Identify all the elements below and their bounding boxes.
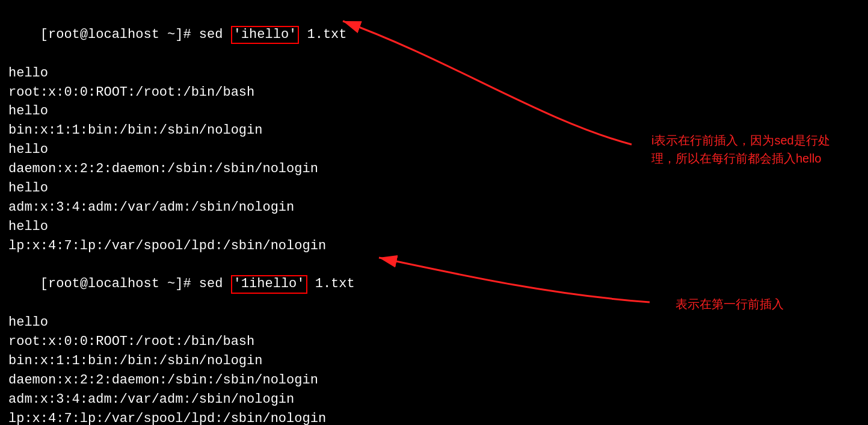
output-hello-5: hello — [8, 217, 860, 237]
cmd-sed-1: sed — [199, 27, 231, 42]
cmd-rest-1: 1.txt — [299, 27, 346, 42]
output-adm-2: adm:x:3:4:adm:/var/adm:/sbin/nologin — [8, 390, 860, 409]
annotation-insert-before-each-line: i表示在行前插入，因为sed是行处理，所以在每行前都会插入hello — [651, 131, 832, 167]
output-daemon-2: daemon:x:2:2:daemon:/sbin:/sbin/nologin — [8, 371, 860, 390]
terminal-window: [root@localhost ~]# sed 'ihello' 1.txt h… — [0, 0, 868, 425]
output-hello-4: hello — [8, 179, 860, 198]
arg-ihello: 'ihello' — [231, 26, 300, 44]
output-root-1: root:x:0:0:ROOT:/root:/bin/bash — [8, 83, 860, 102]
output-adm-1: adm:x:3:4:adm:/var/adm:/sbin/nologin — [8, 198, 860, 217]
cmd-sed-2: sed — [199, 276, 231, 291]
command-line-1: [root@localhost ~]# sed 'ihello' 1.txt — [8, 6, 860, 64]
annotation-insert-before-first-line: 表示在第一行前插入 — [676, 295, 820, 313]
prompt-2: [root@localhost ~]# — [40, 276, 199, 291]
output-hello-6: hello — [8, 313, 860, 332]
output-root-2: root:x:0:0:ROOT:/root:/bin/bash — [8, 332, 860, 352]
prompt-1: [root@localhost ~]# — [40, 27, 199, 42]
output-bin-2: bin:x:1:1:bin:/bin:/sbin/nologin — [8, 352, 860, 371]
arg-1ihello: '1ihello' — [231, 275, 307, 293]
output-hello-2: hello — [8, 102, 860, 121]
cmd-rest-2: 1.txt — [307, 276, 355, 291]
output-lp-1: lp:x:4:7:lp:/var/spool/lpd:/sbin/nologin — [8, 237, 860, 256]
output-hello-1: hello — [8, 64, 860, 83]
output-lp-2: lp:x:4:7:lp:/var/spool/lpd:/sbin/nologin — [8, 409, 860, 425]
